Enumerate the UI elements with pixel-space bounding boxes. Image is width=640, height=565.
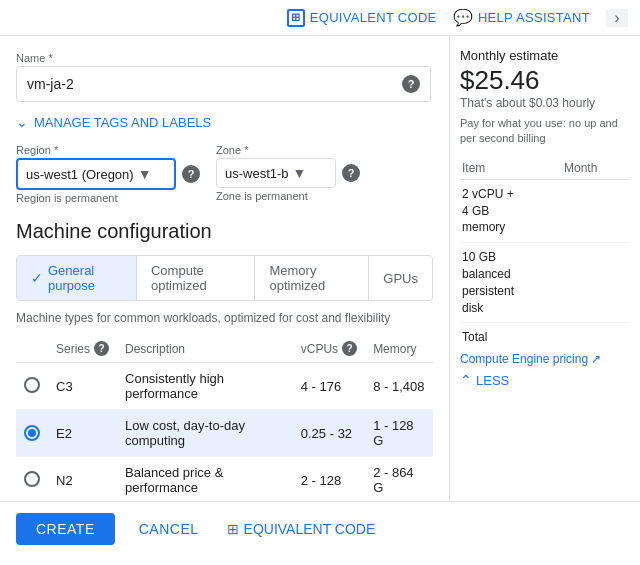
series-cell: E2: [48, 410, 117, 457]
table-row[interactable]: C3 Consistently high performance 4 - 176…: [16, 363, 433, 410]
main-layout: Name * vm-ja-2 ? ⌄ MANAGE TAGS AND LABEL…: [0, 36, 640, 501]
zone-box: Zone * us-west1-b ▼ ? Zone is permanent: [216, 144, 360, 204]
top-bar: ⊞ EQUIVALENT CODE 💬 HELP ASSISTANT ›: [0, 0, 640, 36]
region-value: us-west1 (Oregon): [26, 167, 134, 182]
create-button[interactable]: CREATE: [16, 513, 115, 545]
radio-button[interactable]: [24, 425, 40, 441]
collapse-panel-button[interactable]: ›: [606, 9, 628, 27]
machine-type-tabs: ✓ General purpose Compute optimized Memo…: [16, 255, 433, 301]
region-zone-row: Region * us-west1 (Oregon) ▼ ? Region is…: [16, 144, 433, 204]
series-cell: N2: [48, 457, 117, 502]
name-value: vm-ja-2: [27, 76, 394, 92]
name-field-group: Name * vm-ja-2 ?: [16, 52, 433, 102]
check-icon: ✓: [31, 270, 43, 286]
vcpu-cell: 4 - 176: [293, 363, 365, 410]
name-input-wrapper: vm-ja-2 ?: [16, 66, 431, 102]
item-total-cost: [562, 323, 630, 352]
billing-note: Pay for what you use: no up and per seco…: [460, 116, 630, 147]
name-help-icon[interactable]: ?: [402, 75, 420, 93]
th-description: Description: [117, 335, 293, 363]
region-dropdown-arrow: ▼: [138, 166, 152, 182]
tab-compute-optimized[interactable]: Compute optimized: [137, 256, 256, 300]
chevron-down-icon: ⌄: [16, 114, 28, 130]
external-link-icon: ↗: [591, 352, 601, 366]
item-disk-cost: [562, 243, 630, 323]
compute-link-text: Compute Engine pricing: [460, 352, 588, 366]
tab-gpus[interactable]: GPUs: [369, 256, 432, 300]
table-row[interactable]: E2 Low cost, day-to-day computing 0.25 -…: [16, 410, 433, 457]
memory-cell: 2 - 864 G: [365, 457, 433, 502]
less-label: LESS: [476, 373, 509, 388]
radio-button[interactable]: [24, 377, 40, 393]
desc-cell: Balanced price & performance: [117, 457, 293, 502]
item-disk: 10 GB balanced persistent disk: [460, 243, 562, 323]
machine-config-title: Machine configuration: [16, 220, 433, 243]
footer: CREATE CANCEL ⊞ EQUIVALENT CODE: [0, 501, 640, 556]
radio-button[interactable]: [24, 471, 40, 487]
equivalent-code-label: EQUIVALENT CODE: [310, 10, 437, 25]
tab-general-label: General purpose: [48, 263, 122, 293]
footer-equivalent-code-button[interactable]: ⊞ EQUIVALENT CODE: [227, 521, 376, 537]
hourly-estimate: That's about $0.03 hourly: [460, 96, 630, 110]
price-display: $25.46: [460, 65, 630, 96]
left-panel: Name * vm-ja-2 ? ⌄ MANAGE TAGS AND LABEL…: [0, 36, 450, 501]
radio-cell[interactable]: [16, 457, 48, 502]
th-vcpus: vCPUs ?: [293, 335, 365, 363]
tab-memory-optimized[interactable]: Memory optimized: [255, 256, 369, 300]
region-label: Region *: [16, 144, 200, 156]
region-help-icon[interactable]: ?: [182, 165, 200, 183]
footer-eq-code-icon: ⊞: [227, 521, 239, 537]
zone-help-icon[interactable]: ?: [342, 164, 360, 182]
equivalent-code-button[interactable]: ⊞ EQUIVALENT CODE: [287, 9, 437, 27]
help-icon: 💬: [453, 8, 473, 27]
th-memory: Memory: [365, 335, 433, 363]
estimate-row-cpu: 2 vCPU + 4 GB memory: [460, 179, 630, 242]
zone-select-row: us-west1-b ▼ ?: [216, 158, 360, 188]
compute-engine-pricing-link[interactable]: Compute Engine pricing ↗: [460, 352, 630, 366]
th-radio: [16, 335, 48, 363]
region-select-row: us-west1 (Oregon) ▼ ?: [16, 158, 200, 190]
table-row[interactable]: N2 Balanced price & performance 2 - 128 …: [16, 457, 433, 502]
tab-gpus-label: GPUs: [383, 271, 418, 286]
desc-cell: Low cost, day-to-day computing: [117, 410, 293, 457]
zone-permanent-text: Zone is permanent: [216, 190, 360, 202]
estimate-row-total: Total: [460, 323, 630, 352]
item-total-label: Total: [460, 323, 562, 352]
help-assistant-button[interactable]: 💬 HELP ASSISTANT: [453, 8, 590, 27]
memory-cell: 8 - 1,408: [365, 363, 433, 410]
machine-type-table: Series ? Description vCPUs ? Memory: [16, 335, 433, 501]
radio-cell[interactable]: [16, 410, 48, 457]
item-cpu-memory: 2 vCPU + 4 GB memory: [460, 179, 562, 242]
vcpu-cell: 2 - 128: [293, 457, 365, 502]
manage-tags-button[interactable]: ⌄ MANAGE TAGS AND LABELS: [16, 114, 433, 130]
vcpus-help-icon[interactable]: ?: [342, 341, 357, 356]
tab-memory-label: Memory optimized: [269, 263, 354, 293]
less-button[interactable]: ⌃ LESS: [460, 372, 630, 388]
estimate-row-disk: 10 GB balanced persistent disk: [460, 243, 630, 323]
region-box: Region * us-west1 (Oregon) ▼ ? Region is…: [16, 144, 200, 204]
vcpu-cell: 0.25 - 32: [293, 410, 365, 457]
zone-select[interactable]: us-west1-b ▼: [216, 158, 336, 188]
zone-label: Zone *: [216, 144, 360, 156]
zone-dropdown-arrow: ▼: [293, 165, 307, 181]
zone-value: us-west1-b: [225, 166, 289, 181]
series-cell: C3: [48, 363, 117, 410]
cancel-button[interactable]: CANCEL: [127, 513, 211, 545]
monthly-estimate-label: Monthly estimate: [460, 48, 630, 63]
radio-cell[interactable]: [16, 363, 48, 410]
manage-tags-label: MANAGE TAGS AND LABELS: [34, 115, 211, 130]
series-help-icon[interactable]: ?: [94, 341, 109, 356]
chevron-up-icon: ⌃: [460, 372, 472, 388]
th-item: Item: [460, 157, 562, 180]
region-select[interactable]: us-west1 (Oregon) ▼: [16, 158, 176, 190]
th-series: Series ?: [48, 335, 117, 363]
th-monthly: Month: [562, 157, 630, 180]
desc-cell: Consistently high performance: [117, 363, 293, 410]
footer-eq-code-label: EQUIVALENT CODE: [244, 521, 376, 537]
item-cpu-cost: [562, 179, 630, 242]
estimate-table: Item Month 2 vCPU + 4 GB memory 10 GB ba…: [460, 157, 630, 352]
machine-desc: Machine types for common workloads, opti…: [16, 311, 433, 325]
equivalent-code-icon: ⊞: [287, 9, 305, 27]
right-panel: Monthly estimate $25.46 That's about $0.…: [450, 36, 640, 501]
tab-general-purpose[interactable]: ✓ General purpose: [17, 256, 137, 300]
